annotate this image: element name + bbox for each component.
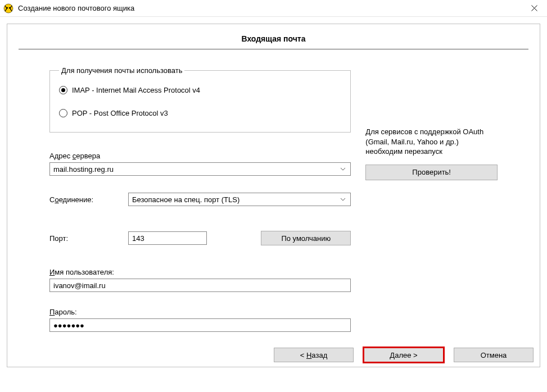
password-input[interactable]	[49, 318, 351, 332]
port-label: Порт:	[49, 234, 128, 243]
radio-icon	[59, 109, 67, 117]
radio-imap[interactable]: IMAP - Internet Mail Access Protocol v4	[59, 86, 341, 94]
heading-rule	[19, 49, 528, 49]
close-button[interactable]	[522, 1, 546, 16]
wizard-footer: < Назад Далее > Отмена	[0, 343, 547, 367]
username-label: Имя пользователя:	[49, 268, 351, 276]
radio-pop[interactable]: POP - Post Office Protocol v3	[59, 109, 341, 117]
page-heading: Входящая почта	[19, 34, 528, 49]
server-input[interactable]	[49, 162, 351, 176]
protocol-legend: Для получения почты использовать	[59, 66, 184, 75]
app-icon	[3, 3, 13, 13]
svg-point-2	[9, 7, 10, 8]
back-button[interactable]: < Назад	[274, 348, 354, 362]
content-area: Входящая почта Для получения почты испол…	[0, 17, 547, 367]
wizard-panel: Входящая почта Для получения почты испол…	[7, 24, 540, 367]
radio-icon	[59, 86, 67, 94]
close-icon	[531, 5, 537, 11]
port-input[interactable]	[128, 231, 207, 245]
svg-point-0	[4, 4, 13, 13]
svg-point-1	[7, 7, 8, 8]
connection-select[interactable]: Безопасное на спец. порт (TLS)	[128, 193, 351, 206]
username-input[interactable]	[49, 279, 351, 292]
left-column: Для получения почты использовать IMAP - …	[49, 66, 351, 332]
oauth-note: Для сервисов с поддержкой OAuth (Gmail, …	[365, 127, 498, 157]
password-label: Пароль:	[49, 308, 351, 316]
right-column: Для сервисов с поддержкой OAuth (Gmail, …	[365, 66, 498, 332]
server-label: Адрес сервера	[49, 152, 351, 160]
protocol-fieldset: Для получения почты использовать IMAP - …	[49, 66, 351, 133]
window-title: Создание нового почтового ящика	[18, 4, 522, 12]
next-button[interactable]: Далее >	[364, 348, 444, 362]
cancel-button[interactable]: Отмена	[454, 348, 534, 362]
radio-pop-label: POP - Post Office Protocol v3	[72, 109, 168, 117]
check-button[interactable]: Проверить!	[365, 165, 498, 180]
connection-label: Соединение:	[49, 195, 128, 204]
port-default-button[interactable]: По умолчанию	[261, 231, 351, 245]
radio-imap-label: IMAP - Internet Mail Access Protocol v4	[72, 86, 200, 94]
titlebar: Создание нового почтового ящика	[0, 0, 547, 17]
